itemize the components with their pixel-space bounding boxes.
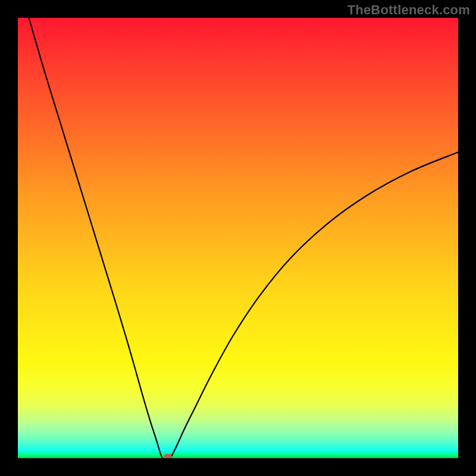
watermark-text: TheBottleneck.com	[347, 2, 470, 18]
optimal-point-marker	[164, 454, 171, 458]
chart-frame: TheBottleneck.com	[0, 0, 476, 476]
curve-left-branch	[29, 18, 162, 458]
bottleneck-curve	[18, 18, 458, 458]
curve-right-branch	[170, 152, 458, 458]
plot-area	[18, 18, 458, 458]
